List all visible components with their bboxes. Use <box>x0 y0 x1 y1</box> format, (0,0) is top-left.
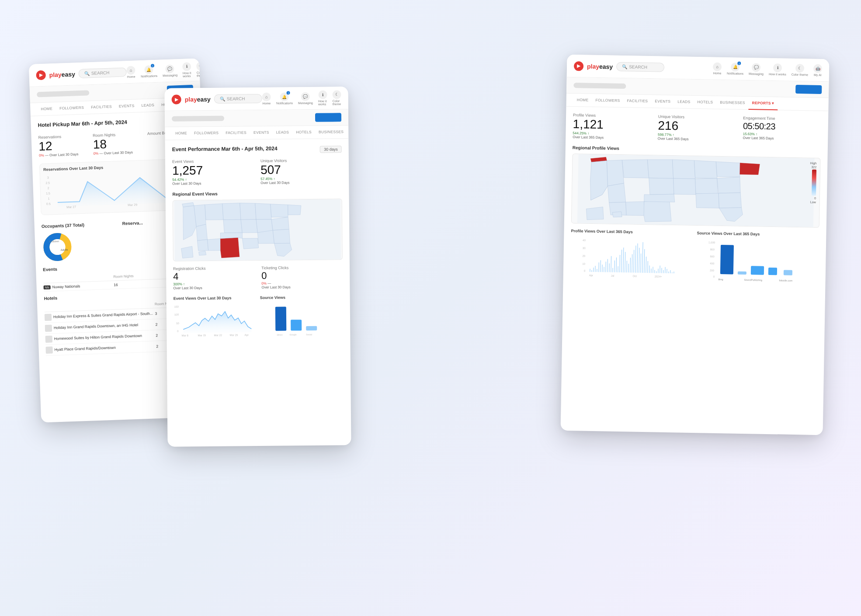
nav-notif-1[interactable]: 🔔1 Notifications <box>140 65 157 77</box>
svg-marker-62 <box>647 159 674 178</box>
nav-msg-3[interactable]: 💬 Messaging <box>749 63 764 76</box>
sub-nav2-leads[interactable]: LEADS <box>273 126 293 139</box>
user-action-2[interactable] <box>315 113 341 122</box>
svg-text:Google: Google <box>289 333 296 336</box>
stat-unique-3: Unique Visitors 216 598.77% ↑Over Last 3… <box>658 114 736 142</box>
nav-msg-2[interactable]: 💬 Messaging <box>298 92 313 104</box>
svg-text:linkedin.com: linkedin.com <box>779 279 793 282</box>
search-box-1[interactable]: 🔍 SEARCH <box>78 67 127 78</box>
nav-ai-3[interactable]: 🤖 My AI <box>813 64 822 76</box>
svg-marker-22 <box>240 203 256 219</box>
sub-nav2-hotels[interactable]: HOTELS <box>292 125 315 139</box>
svg-marker-60 <box>625 201 646 216</box>
sub-nav3-reports[interactable]: REPORTS ▾ <box>748 97 778 110</box>
svg-text:Oct: Oct <box>633 275 637 278</box>
svg-marker-18 <box>197 240 208 251</box>
svg-rect-144 <box>768 268 777 275</box>
page-title-2: Event Performance Mar 6th - Apr 5th, 202… <box>172 146 278 153</box>
sub-nav3-hotels[interactable]: HOTELS <box>694 95 716 109</box>
search-box-2[interactable]: 🔍 SEARCH <box>214 94 262 104</box>
svg-line-115 <box>646 257 646 273</box>
sub-nav2-facilities[interactable]: FACILITIES <box>222 126 250 140</box>
sub-nav3-leads[interactable]: LEADS <box>674 95 694 109</box>
nav-ai-1[interactable]: 🤖 My AI <box>210 63 212 75</box>
sub-nav2-followers[interactable]: FOLLOWERS <box>191 126 222 140</box>
content-3: Profile Views 1,121 544.25% ↑Over Last 3… <box>563 107 828 292</box>
stat-engagement-time: Engagement Time 05:50:23 15.63% ↑Over La… <box>743 116 821 143</box>
stat-change-tick-clicks: 0% —Over Last 30 Days <box>261 281 343 289</box>
stat-change-reg-clicks: 300% ↑Over Last 30 Days <box>173 282 254 290</box>
stat-change-unique-2: 57.45% ↑Over Last 30 Days <box>260 176 342 185</box>
nav-msg-1[interactable]: 💬 Messaging <box>162 64 177 77</box>
svg-rect-48 <box>291 320 302 331</box>
sub-nav3-facilities[interactable]: FACILITIES <box>623 94 651 108</box>
sub-nav-facilities-1[interactable]: FACILITIES <box>87 100 116 114</box>
user-action-3[interactable] <box>795 85 822 94</box>
sub-nav-events-1[interactable]: EVENTS <box>115 99 138 113</box>
nav-color-3[interactable]: ☾ Color theme <box>792 63 809 76</box>
svg-line-100 <box>620 255 620 272</box>
svg-text:2: 2 <box>48 187 49 190</box>
date-badge-2[interactable]: 30 days <box>320 146 342 153</box>
svg-marker-67 <box>649 178 674 195</box>
usa-map-events <box>173 199 342 261</box>
svg-marker-31 <box>220 233 242 238</box>
bell-icon-1: 🔔1 <box>144 65 153 74</box>
svg-text:Mar 8: Mar 8 <box>181 334 188 337</box>
sub-nav3-events[interactable]: EVENTS <box>651 95 674 108</box>
svg-marker-27 <box>241 219 257 233</box>
search-box-3[interactable]: 🔍 SEARCH <box>616 62 664 72</box>
logo-text-1: playeasy <box>49 70 75 78</box>
legend-high-label: High <box>810 162 817 165</box>
nav-home-2[interactable]: ⌂ Home <box>262 92 271 104</box>
regional-event-views-title: Regional Event Views <box>172 190 342 196</box>
nav-how-2[interactable]: ℹ How it works <box>318 90 327 106</box>
nn-badge: NN <box>43 285 50 290</box>
clicks-row: Registration Clicks 4 300% ↑Over Last 30… <box>173 265 343 290</box>
svg-text:50: 50 <box>176 322 179 325</box>
nav-how-1[interactable]: ℹ How it works <box>182 62 191 78</box>
svg-text:Apr: Apr <box>589 274 593 277</box>
svg-marker-20 <box>205 204 223 220</box>
sub-nav3-followers[interactable]: FOLLOWERS <box>592 94 624 107</box>
card-event-performance: ▶ playeasy 🔍 SEARCH ⌂ Home 🔔1 Notificati… <box>164 87 351 447</box>
svg-line-107 <box>632 254 632 273</box>
stat-reg-clicks: Registration Clicks 4 300% ↑Over Last 30… <box>173 266 254 290</box>
sub-nav-home-1[interactable]: HOME <box>37 102 56 115</box>
stat-label-engagement: Engagement Time <box>743 116 821 122</box>
logo-area-1: ▶ playeasy 🔍 SEARCH <box>36 67 127 80</box>
search-placeholder-2: SEARCH <box>227 96 245 101</box>
svg-text:Social: Social <box>306 333 312 336</box>
nav-notif-3[interactable]: 🔔1 Notifications <box>727 63 744 75</box>
svg-marker-24 <box>271 204 288 217</box>
source-views-chart-3: Source Views Over Last 365 Days 1,000 80… <box>696 231 819 285</box>
nav-notif-2[interactable]: 🔔1 Notifications <box>276 92 293 104</box>
card-profile-views: ▶ playeasy 🔍 SEARCH ⌂ Home 🔔1 Notificati… <box>561 55 830 435</box>
sub-nav2-home[interactable]: HOME <box>172 127 191 140</box>
nav-home-1[interactable]: ⌂ Home <box>126 66 135 78</box>
svg-text:Direct: Direct <box>277 334 283 336</box>
sub-nav3-businesses[interactable]: BUSINESSES <box>716 96 749 109</box>
sub-nav2-events[interactable]: EVENTS <box>250 126 273 139</box>
source-views-bar-chart: Direct Google Social <box>260 302 344 338</box>
stat-value-reg-clicks: 4 <box>173 271 254 282</box>
sub-nav3-home[interactable]: HOME <box>573 94 592 107</box>
search-icon-2: 🔍 <box>220 97 225 101</box>
nav-color-1[interactable]: ☾ Color theme <box>196 62 205 77</box>
sub-nav-followers-1[interactable]: FOLLOWERS <box>56 101 88 115</box>
nav-color-2[interactable]: ☾ Color theme <box>332 90 341 105</box>
sub-nav2-businesses[interactable]: BUSINESSES <box>315 125 347 139</box>
svg-marker-58 <box>608 183 626 203</box>
sub-nav2-simpleview[interactable]: SIMPLEVIEW <box>347 125 351 139</box>
svg-line-98 <box>616 258 617 272</box>
nav-home-3[interactable]: ⌂ Home <box>713 62 722 74</box>
stat-value-unique-2: 507 <box>260 163 342 176</box>
nav-icons-3: ⌂ Home 🔔1 Notifications 💬 Messaging ℹ Ho… <box>713 62 822 76</box>
occupants-area: Occupants (37 Total) Children Adults <box>41 218 118 263</box>
hotel-logo-3 <box>45 336 53 343</box>
stat-label-event-views: Event Views <box>172 159 253 164</box>
svg-text:Mar 15: Mar 15 <box>198 334 206 337</box>
nav-how-3[interactable]: ℹ How it works <box>769 63 786 76</box>
regional-profile-views-map: High 322 0 Low <box>571 153 821 228</box>
sub-nav-leads-1[interactable]: LEADS <box>138 98 158 112</box>
